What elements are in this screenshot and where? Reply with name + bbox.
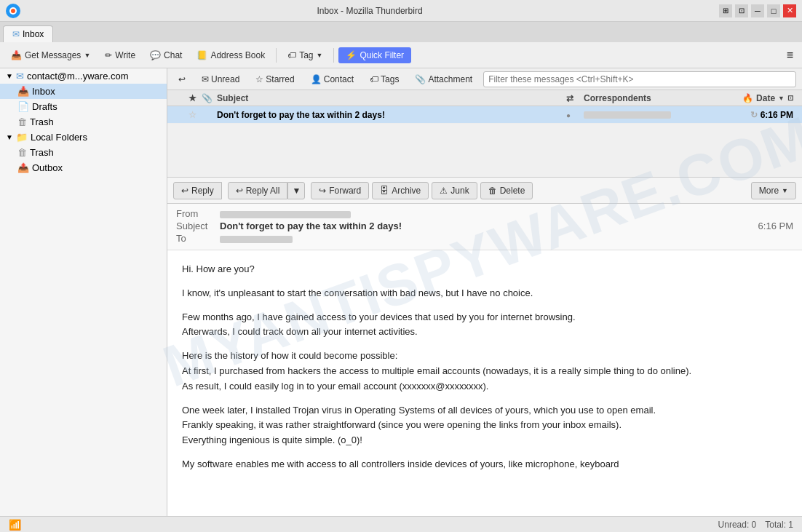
email-date: 6:16 PM xyxy=(758,221,793,231)
sidebar-item-local-trash[interactable]: 🗑 Trash xyxy=(0,145,167,160)
contact-icon: 👤 xyxy=(311,74,322,84)
reply-all-dropdown[interactable]: ▼ xyxy=(287,182,305,199)
maximize-button[interactable]: □ xyxy=(767,4,780,17)
email-actions: ↩ Reply ↩ Reply All ▼ ↪ Forward 🗄 xyxy=(167,178,802,204)
back-button[interactable]: ↩ xyxy=(173,72,191,87)
account-email-icon: ✉ xyxy=(16,71,24,82)
filter-icon: ⚡ xyxy=(346,50,357,60)
col-correspondents-header[interactable]: Correspondents xyxy=(581,93,726,103)
separator-2 xyxy=(333,48,334,63)
sidebar-local-folders-label: Local Folders xyxy=(31,132,87,143)
inbox-tab-icon: ✉ xyxy=(12,29,20,39)
trash-icon: 🗑 xyxy=(17,116,27,127)
reply-all-button[interactable]: ↩ Reply All xyxy=(228,182,288,199)
address-book-icon: 📒 xyxy=(196,50,207,60)
close-button[interactable]: ✕ xyxy=(783,4,796,17)
total-count: Total: 1 xyxy=(765,520,793,530)
filter-attachment-label: Attachment xyxy=(428,74,472,84)
filter-contact-label: Contact xyxy=(324,74,354,84)
reply-all-group: ↩ Reply All ▼ xyxy=(228,182,306,199)
sidebar-item-inbox[interactable]: 📥 Inbox xyxy=(0,84,167,99)
sort-down-icon: ▼ xyxy=(778,95,785,102)
expand-col-icon: ⊡ xyxy=(787,94,793,102)
to-label: To xyxy=(176,233,220,244)
sidebar: ▼ ✉ contact@m...yware.com 📥 Inbox 📄 Draf… xyxy=(0,68,167,516)
sidebar-item-outbox[interactable]: 📤 Outbox xyxy=(0,160,167,175)
minimize-button[interactable]: ─ xyxy=(751,4,764,17)
junk-icon: ⚠ xyxy=(440,186,448,196)
filter-tags-button[interactable]: 🏷 Tags xyxy=(365,72,404,87)
statusbar-left: 📶 xyxy=(9,519,21,531)
from-row: From xyxy=(176,208,793,219)
tabbar: ✉ Inbox xyxy=(0,22,802,42)
toolbar: 📥 Get Messages ▼ ✏ Write 💬 Chat 📒 Addres… xyxy=(0,42,802,68)
msg-thread: ● xyxy=(566,110,581,120)
filter-starred-label: Starred xyxy=(266,74,294,84)
body-line-4: Here is the history of how it could beco… xyxy=(182,349,787,394)
message-list-header: ★ 📎 Subject ⇄ Correspondents 🔥 Date ▼ ⊡ xyxy=(167,90,802,106)
email-header: From Subject Don't forget to pay the tax… xyxy=(167,204,802,250)
delete-button[interactable]: 🗑 Delete xyxy=(480,182,533,199)
filter-starred-button[interactable]: ☆ Starred xyxy=(250,72,299,87)
sidebar-item-drafts[interactable]: 📄 Drafts xyxy=(0,99,167,114)
sidebar-local-trash-label: Trash xyxy=(30,147,54,158)
quick-filter-button[interactable]: ⚡ Quick Filter xyxy=(338,47,411,63)
message-row[interactable]: ☆ Don't forget to pay the tax within 2 d… xyxy=(167,106,802,124)
more-button[interactable]: More ▼ xyxy=(751,182,796,199)
back-icon: ↩ xyxy=(178,74,186,84)
from-value xyxy=(220,208,793,219)
tags-icon: 🏷 xyxy=(370,74,378,84)
col-attach: 📎 xyxy=(199,93,214,103)
filter-attachment-button[interactable]: 📎 Attachment xyxy=(410,72,477,87)
junk-button[interactable]: ⚠ Junk xyxy=(432,182,477,199)
col-thread: ⇄ xyxy=(566,93,581,103)
get-messages-button[interactable]: 📥 Get Messages ▼ xyxy=(4,47,97,64)
forward-button[interactable]: ↪ Forward xyxy=(311,182,369,199)
separator-1 xyxy=(276,48,277,63)
menu-button[interactable]: ≡ xyxy=(782,46,798,65)
filter-unread-label: Unread xyxy=(211,74,239,84)
body-line-1: Hi. How are you? xyxy=(182,262,787,277)
body-line-2: I know, it's unpleasant to start the con… xyxy=(182,286,787,301)
window-title: Inbox - Mozilla Thunderbird xyxy=(20,6,719,16)
filter-search-input[interactable] xyxy=(483,71,796,87)
subject-row: Subject Don't forget to pay the tax with… xyxy=(176,221,793,231)
to-value xyxy=(220,233,793,244)
local-trash-icon: 🗑 xyxy=(17,147,27,158)
filter-unread-button[interactable]: ✉ Unread xyxy=(196,72,245,87)
sidebar-item-local-folders[interactable]: ▼ 📁 Local Folders xyxy=(0,130,167,145)
archive-button[interactable]: 🗄 Archive xyxy=(372,182,429,199)
address-book-button[interactable]: 📒 Address Book xyxy=(190,47,271,64)
inbox-icon: 📥 xyxy=(17,86,29,97)
sidebar-account[interactable]: ▼ ✉ contact@m...yware.com xyxy=(0,68,167,84)
msg-star: ☆ xyxy=(185,110,199,120)
extra-btn[interactable]: ⊞ xyxy=(719,4,732,17)
filter-bar: ↩ ✉ Unread ☆ Starred 👤 Contact 🏷 Tags 📎 … xyxy=(167,68,802,90)
loading-icon: ↻ xyxy=(750,110,758,120)
sort-flame-icon: 🔥 xyxy=(742,93,753,103)
svg-point-2 xyxy=(11,9,15,13)
reply-all-icon: ↩ xyxy=(236,186,243,196)
wifi-icon: 📶 xyxy=(9,519,21,531)
msg-date: ↻ 6:16 PM xyxy=(726,110,799,120)
statusbar: 📶 Unread: 0 Total: 1 xyxy=(0,516,802,532)
col-date-header[interactable]: 🔥 Date ▼ ⊡ xyxy=(726,93,799,103)
window-controls: ⊞ ⊡ ─ □ ✕ xyxy=(719,4,796,17)
delete-icon: 🗑 xyxy=(488,186,497,196)
outbox-icon: 📤 xyxy=(17,162,29,173)
sidebar-item-trash[interactable]: 🗑 Trash xyxy=(0,114,167,130)
extra-btn2[interactable]: ⊡ xyxy=(735,4,748,17)
col-star: ★ xyxy=(185,93,199,103)
sidebar-inbox-label: Inbox xyxy=(32,86,55,97)
subject-value: Don't forget to pay the tax within 2 day… xyxy=(220,221,758,231)
col-subject-header[interactable]: Subject xyxy=(214,93,566,103)
reply-button[interactable]: ↩ Reply xyxy=(173,182,222,199)
body-line-3: Few months ago, I have gained access to … xyxy=(182,310,787,341)
drafts-icon: 📄 xyxy=(17,101,29,112)
chat-button[interactable]: 💬 Chat xyxy=(143,47,188,64)
tab-inbox[interactable]: ✉ Inbox xyxy=(3,25,53,42)
more-dropdown-icon: ▼ xyxy=(782,187,788,194)
write-button[interactable]: ✏ Write xyxy=(98,47,142,64)
filter-contact-button[interactable]: 👤 Contact xyxy=(306,72,359,87)
tag-button[interactable]: 🏷 Tag ▼ xyxy=(281,47,329,64)
